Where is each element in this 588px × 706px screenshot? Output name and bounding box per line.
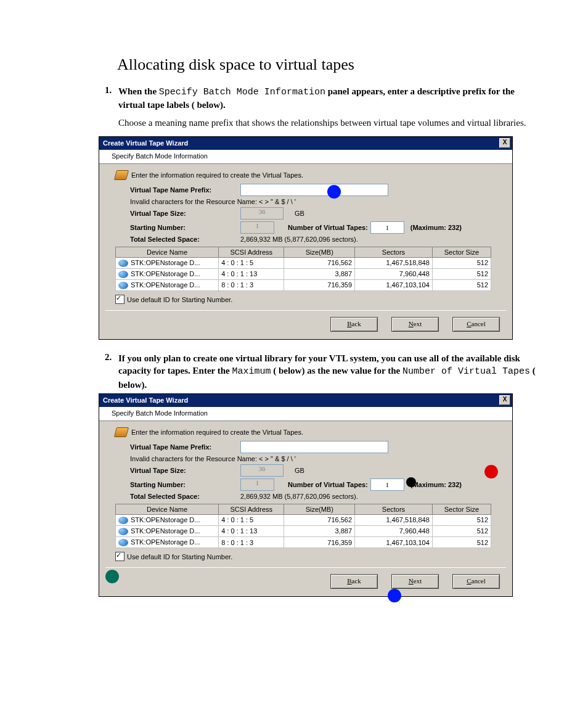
default-id-label: Use default ID for Starting Number. xyxy=(127,296,232,303)
callout-dot-black xyxy=(406,477,416,487)
page-title: Allocating disk space to virtual tapes xyxy=(117,55,539,74)
start-label: Starting Number: xyxy=(130,224,238,231)
col-sectorsize[interactable]: Sector Size xyxy=(432,504,491,514)
col-sectors[interactable]: Sectors xyxy=(355,247,433,257)
col-device[interactable]: Device Name xyxy=(116,247,219,257)
wizard-2: Create Virtual Tape Wizard X Specify Bat… xyxy=(99,393,513,597)
prefix-label: Virtual Tape Name Prefix: xyxy=(130,186,238,194)
table-row[interactable]: STK:OPENstorage D...4 : 0 : 1 : 5716,562… xyxy=(116,257,491,268)
s2-mono1: Maximum xyxy=(232,366,271,377)
max-label: (Maximum: 232) xyxy=(410,481,462,488)
table-row[interactable]: STK:OPENstorage D...4 : 0 : 1 : 133,8877… xyxy=(116,268,491,279)
prefix-label: Virtual Tape Name Prefix: xyxy=(130,443,238,451)
window-title: Create Virtual Tape Wizard xyxy=(103,396,188,404)
size-unit: GB xyxy=(295,467,304,474)
col-size[interactable]: Size(MB) xyxy=(284,247,355,257)
drive-icon xyxy=(118,517,128,524)
col-sectors[interactable]: Sectors xyxy=(355,504,433,514)
invalid-chars: Invalid characters for the Resource Name… xyxy=(130,455,506,462)
drive-icon xyxy=(118,260,128,267)
wizard-intro: Enter the information required to create… xyxy=(131,429,303,436)
size-input: 36 xyxy=(240,464,284,477)
col-size[interactable]: Size(MB) xyxy=(284,504,355,514)
callout-dot-teal xyxy=(105,570,119,583)
size-label: Virtual Tape Size: xyxy=(130,210,238,217)
table-row[interactable]: STK:OPENstorage D...8 : 0 : 1 : 3716,359… xyxy=(116,279,491,290)
table-row[interactable]: STK:OPENstorage D...8 : 0 : 1 : 3716,359… xyxy=(116,536,491,548)
step-1-pre: When the xyxy=(118,86,159,96)
s2-mono2: Number of Virtual Tapes xyxy=(402,366,530,377)
step-2: 2. If you only plan to create one virtua… xyxy=(105,352,539,391)
numtapes-input[interactable] xyxy=(370,478,404,491)
wizard-1: Create Virtual Tape Wizard X Specify Bat… xyxy=(99,136,513,340)
drive-icon xyxy=(118,528,128,535)
callout-dot-blue xyxy=(388,589,401,602)
table-row[interactable]: STK:OPENstorage D...4 : 0 : 1 : 133,8877… xyxy=(116,525,491,536)
cancel-button[interactable]: Cancel xyxy=(452,574,500,589)
start-input: 1 xyxy=(240,478,274,491)
prefix-input[interactable] xyxy=(240,441,388,453)
window-title: Create Virtual Tape Wizard xyxy=(103,139,188,147)
max-label: (Maximum: 232) xyxy=(410,224,462,231)
close-icon[interactable]: X xyxy=(499,395,510,405)
step-1-followup: Choose a meaning name prefix that shows … xyxy=(118,117,539,129)
cancel-button[interactable]: Cancel xyxy=(452,317,500,332)
total-value: 2,869,932 MB (5,877,620,096 sectors). xyxy=(240,236,358,243)
drive-icon xyxy=(118,271,128,278)
callout-dot-blue xyxy=(327,185,341,199)
numtapes-label: Number of Virtual Tapes: xyxy=(288,481,368,488)
wizard-intro: Enter the information required to create… xyxy=(131,171,303,179)
start-label: Starting Number: xyxy=(130,481,238,488)
numtapes-input[interactable] xyxy=(370,221,404,234)
back-button[interactable]: Back xyxy=(330,574,378,589)
col-device[interactable]: Device Name xyxy=(116,504,219,514)
disk-icon xyxy=(114,170,129,180)
total-label: Total Selected Space: xyxy=(130,236,238,243)
size-unit: GB xyxy=(295,210,304,217)
wizard-subhead: Specify Batch Mode Information xyxy=(99,407,512,421)
close-icon[interactable]: X xyxy=(499,138,510,148)
size-label: Virtual Tape Size: xyxy=(130,467,238,474)
invalid-chars: Invalid characters for the Resource Name… xyxy=(130,198,506,205)
col-sectorsize[interactable]: Sector Size xyxy=(432,247,491,257)
back-button[interactable]: Back xyxy=(330,317,378,332)
default-id-label: Use default ID for Starting Number. xyxy=(127,553,232,560)
step-1: 1. When the Specify Batch Mode Informati… xyxy=(105,85,539,112)
callout-dot-red xyxy=(484,465,498,478)
device-table: Device Name SCSI Address Size(MB) Sector… xyxy=(115,247,491,291)
size-input: 36 xyxy=(240,207,284,220)
next-button[interactable]: Next xyxy=(391,317,439,332)
step-2-number: 2. xyxy=(105,352,118,391)
next-button[interactable]: Next xyxy=(391,574,439,589)
total-value: 2,869,932 MB (5,877,620,096 sectors). xyxy=(240,493,358,500)
step-1-mono: Specify Batch Mode Information xyxy=(159,87,325,97)
default-id-checkbox[interactable] xyxy=(115,552,125,561)
disk-icon xyxy=(114,427,129,437)
wizard-subhead: Specify Batch Mode Information xyxy=(99,150,512,164)
drive-icon xyxy=(118,539,128,546)
default-id-checkbox[interactable] xyxy=(115,295,125,304)
step-1-number: 1. xyxy=(105,85,118,112)
col-scsi[interactable]: SCSI Address xyxy=(219,247,284,257)
drive-icon xyxy=(118,282,128,289)
start-input: 1 xyxy=(240,221,274,234)
numtapes-label: Number of Virtual Tapes: xyxy=(288,224,368,231)
table-row[interactable]: STK:OPENstorage D...4 : 0 : 1 : 5716,562… xyxy=(116,514,491,525)
col-scsi[interactable]: SCSI Address xyxy=(219,504,284,514)
device-table: Device Name SCSI Address Size(MB) Sector… xyxy=(115,504,491,548)
total-label: Total Selected Space: xyxy=(130,493,238,500)
s2-t2: ( below) as the new value for the xyxy=(271,366,402,376)
prefix-input[interactable] xyxy=(240,184,388,196)
